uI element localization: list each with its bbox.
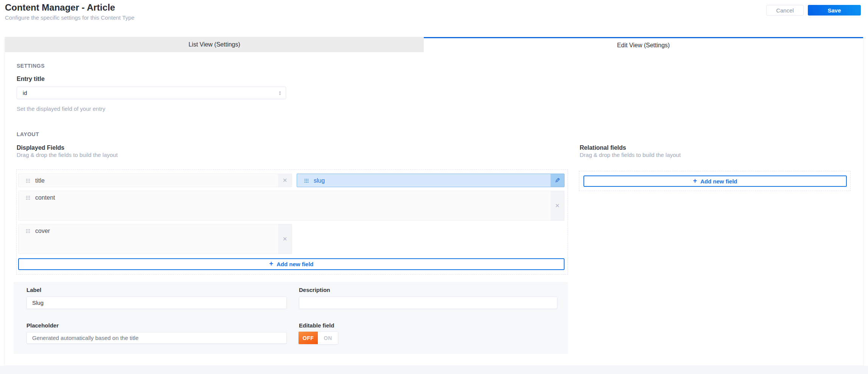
field-editor-panel: Label Description Placeholder Editable f…: [14, 282, 568, 354]
field-name: content: [35, 194, 55, 201]
cancel-button[interactable]: Cancel: [766, 5, 804, 16]
drag-handle-icon[interactable]: [304, 178, 308, 183]
field-card-cover[interactable]: cover ✕: [18, 224, 292, 254]
placeholder-input[interactable]: [26, 332, 287, 344]
add-new-relational-field-button[interactable]: + Add new field: [583, 175, 847, 187]
field-card-title[interactable]: title ✕: [18, 174, 292, 187]
editable-field-label: Editable field: [299, 322, 334, 329]
page-bottom-strip: [0, 366, 868, 374]
placeholder-field-label: Placeholder: [26, 322, 59, 329]
page-title: Content Manager - Article: [5, 2, 115, 13]
description-input[interactable]: [299, 296, 557, 309]
relational-fields-dropzone: + Add new field: [579, 171, 851, 191]
select-stepper-icon: ▴ ▾: [279, 90, 281, 96]
page-subtitle: Configure the specific settings for this…: [5, 14, 134, 21]
plus-icon: +: [693, 177, 697, 185]
relational-fields-subtitle: Drag & drop the fields to build the layo…: [580, 152, 681, 158]
field-card-slug-selected[interactable]: slug ✎: [297, 174, 565, 187]
tab-edit-view-settings[interactable]: Edit View (Settings): [424, 37, 863, 52]
drag-handle-icon[interactable]: [26, 178, 30, 183]
layout-section-title: LAYOUT: [17, 131, 39, 137]
label-field-label: Label: [26, 287, 41, 293]
displayed-fields-dropzone: title ✕ slug ✎ content ✕: [16, 169, 568, 275]
add-new-field-button[interactable]: + Add new field: [18, 258, 565, 270]
field-name: title: [35, 177, 45, 184]
view-tabs: List View (Settings) Edit View (Settings…: [5, 37, 863, 52]
toggle-on-button[interactable]: ON: [318, 332, 338, 344]
edit-field-button[interactable]: ✎: [551, 174, 564, 187]
description-field-label: Description: [299, 287, 330, 293]
pencil-icon: ✎: [555, 177, 560, 185]
editable-field-toggle: OFF ON: [298, 331, 338, 345]
displayed-fields-title: Displayed Fields: [17, 144, 64, 151]
remove-field-button[interactable]: ✕: [278, 224, 292, 254]
toggle-off-button[interactable]: OFF: [299, 332, 318, 344]
displayed-fields-subtitle: Drag & drop the fields to build the layo…: [17, 152, 118, 158]
remove-field-button[interactable]: ✕: [278, 174, 292, 187]
remove-field-button[interactable]: ✕: [551, 191, 564, 220]
label-input[interactable]: [26, 296, 287, 309]
tab-list-view-settings[interactable]: List View (Settings): [5, 37, 424, 52]
field-name: cover: [35, 228, 50, 234]
save-button[interactable]: Save: [808, 5, 861, 16]
drag-handle-icon[interactable]: [26, 196, 30, 200]
content-manager-settings-page: Content Manager - Article Configure the …: [0, 0, 868, 374]
drag-handle-icon[interactable]: [26, 229, 30, 233]
entry-title-select[interactable]: id ▴ ▾: [17, 87, 286, 99]
settings-section-title: SETTINGS: [17, 63, 45, 69]
entry-title-help: Set the displayed field of your entry: [17, 106, 105, 112]
field-name: slug: [314, 177, 325, 184]
plus-icon: +: [269, 260, 273, 268]
entry-title-label: Entry title: [17, 76, 45, 82]
field-card-content[interactable]: content ✕: [18, 191, 565, 221]
entry-title-select-value: id: [23, 90, 27, 96]
settings-panel: List View (Settings) Edit View (Settings…: [5, 37, 863, 366]
relational-fields-title: Relational fields: [580, 144, 626, 151]
